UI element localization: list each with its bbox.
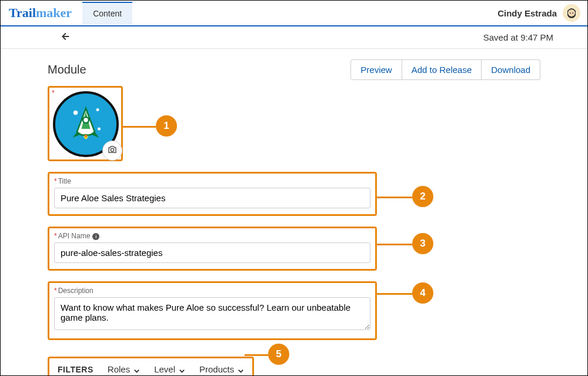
svg-point-8: [83, 118, 88, 122]
required-star-icon: *: [52, 89, 55, 97]
chevron-down-icon: [133, 366, 140, 372]
module-badge[interactable]: *: [48, 86, 123, 161]
title-field-box: *Title: [48, 172, 377, 216]
add-to-release-button[interactable]: Add to Release: [402, 59, 482, 80]
svg-point-6: [98, 128, 101, 131]
callout-line-2: [377, 197, 412, 198]
callout-line-3: [377, 244, 412, 245]
rocket-icon: [62, 99, 109, 149]
page-heading: Module: [48, 63, 350, 76]
callout-line-4: [377, 293, 412, 295]
user-avatar[interactable]: [563, 4, 580, 22]
description-input[interactable]: Want to know what makes Pure Aloe so suc…: [54, 297, 370, 330]
callout-line-1: [123, 126, 156, 128]
callout-line-5: [245, 354, 268, 356]
main-content: Module Preview Add to Release Download *: [1, 49, 587, 376]
title-input[interactable]: [54, 188, 370, 208]
filter-products[interactable]: Products: [199, 364, 244, 374]
callout-2: 2: [412, 186, 433, 207]
callout-4: 4: [412, 282, 433, 304]
api-name-input[interactable]: [54, 242, 370, 263]
chevron-down-icon: [238, 366, 244, 372]
back-arrow-icon[interactable]: [11, 30, 58, 45]
callout-5: 5: [268, 344, 289, 365]
logo-text-2: maker: [36, 5, 72, 20]
sub-bar: Saved at 9:47 PM: [1, 26, 587, 49]
tab-content[interactable]: Content: [82, 2, 132, 24]
svg-point-3: [572, 12, 573, 14]
svg-point-9: [111, 148, 113, 151]
filter-level[interactable]: Level: [154, 364, 185, 374]
preview-button[interactable]: Preview: [350, 59, 402, 80]
svg-point-4: [74, 111, 78, 115]
filter-roles[interactable]: Roles: [108, 364, 140, 374]
action-buttons: Preview Add to Release Download: [350, 59, 540, 80]
description-label: *Description: [54, 287, 370, 295]
callout-1: 1: [156, 115, 177, 137]
svg-point-1: [568, 9, 575, 16]
top-bar: Trailmaker Content Cindy Estrada: [1, 1, 587, 26]
chevron-down-icon: [179, 366, 185, 372]
download-button[interactable]: Download: [482, 59, 540, 80]
title-label: *Title: [54, 177, 370, 185]
info-icon[interactable]: i: [92, 233, 99, 240]
svg-point-5: [96, 108, 99, 111]
svg-point-2: [570, 12, 571, 14]
logo-text-1: Trail: [9, 5, 36, 20]
camera-icon: [107, 144, 118, 157]
app-logo: Trailmaker: [1, 2, 80, 24]
callout-3: 3: [412, 233, 433, 254]
filters-bar: FILTERS Roles Level Products: [48, 357, 254, 376]
api-name-field-box: *API Namei: [48, 227, 377, 271]
description-field-box: *Description Want to know what makes Pur…: [48, 281, 377, 340]
api-name-label: *API Namei: [54, 232, 370, 240]
username-label: Cindy Estrada: [497, 8, 557, 18]
change-image-button[interactable]: [102, 141, 122, 161]
saved-status: Saved at 9:47 PM: [58, 32, 577, 42]
filters-label: FILTERS: [58, 365, 93, 374]
